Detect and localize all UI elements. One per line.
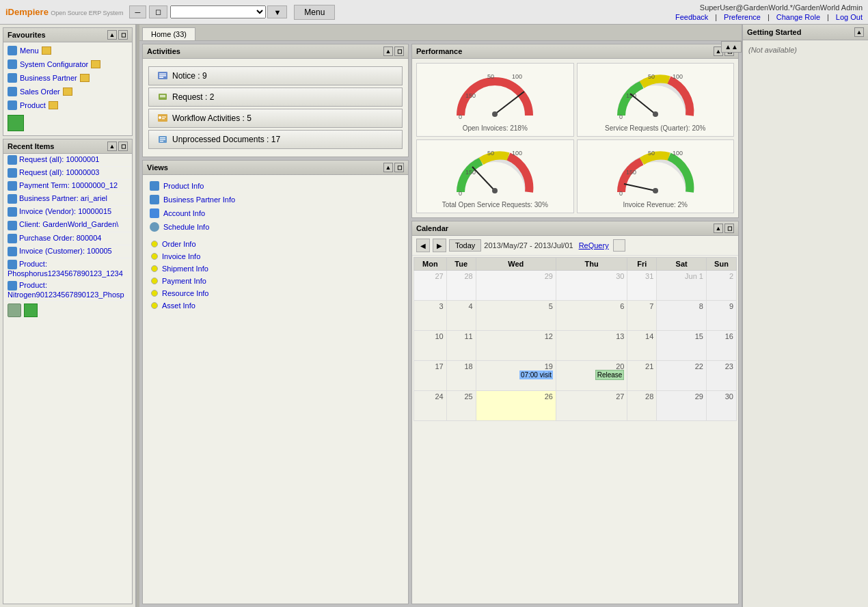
cal-cell-0-1[interactable]: 28 bbox=[446, 271, 476, 301]
cal-cell-2-1[interactable]: 11 bbox=[446, 331, 476, 361]
recent-item-1[interactable]: Request (all): 10000003 bbox=[3, 167, 132, 180]
change-role-link[interactable]: Change Role bbox=[776, 13, 820, 21]
view-product-info[interactable]: Product Info bbox=[147, 179, 404, 193]
cal-cell-1-5[interactable]: 8 bbox=[657, 301, 707, 331]
view-shipment-info[interactable]: Shipment Info bbox=[147, 262, 404, 275]
right-panel-toggle[interactable]: ▲▲ bbox=[721, 41, 742, 53]
view-invoice-info[interactable]: Invoice Info bbox=[147, 250, 404, 262]
notice-btn[interactable]: Notice : 9 bbox=[148, 66, 403, 85]
cal-cell-1-0[interactable]: 3 bbox=[414, 301, 447, 331]
getting-started-collapse-btn[interactable]: ▲ bbox=[854, 27, 864, 37]
event-visit[interactable]: 07:00 visit bbox=[519, 370, 553, 379]
calendar-prev-btn[interactable]: ◀ bbox=[416, 239, 430, 252]
view-bp-info[interactable]: Business Partner Info bbox=[147, 193, 404, 206]
cal-cell-2-3[interactable]: 13 bbox=[556, 331, 627, 361]
cal-cell-4-4[interactable]: 28 bbox=[627, 391, 657, 421]
calendar-expand-btn[interactable]: ◻ bbox=[724, 224, 734, 233]
feedback-link[interactable]: Feedback bbox=[675, 13, 708, 21]
cal-cell-3-6[interactable]: 23 bbox=[706, 361, 736, 391]
view-resource-info[interactable]: Resource Info bbox=[147, 287, 404, 299]
views-expand-btn[interactable]: ◻ bbox=[394, 163, 404, 172]
recent-item-3[interactable]: Business Partner: ari_ariel bbox=[3, 193, 132, 206]
favourites-expand-btn[interactable]: ◻ bbox=[118, 30, 128, 40]
sidebar-item-sysconfigurator[interactable]: System Configurator bbox=[3, 57, 132, 71]
cal-cell-4-6[interactable]: 30 bbox=[706, 391, 736, 421]
calendar-next-btn[interactable]: ▶ bbox=[433, 239, 446, 252]
cal-cell-2-4[interactable]: 14 bbox=[627, 331, 657, 361]
activities-expand-btn[interactable]: ◻ bbox=[394, 46, 404, 56]
cal-cell-2-2[interactable]: 12 bbox=[476, 331, 556, 361]
sidebar-item-businesspartner[interactable]: Business Partner bbox=[3, 71, 132, 85]
recent-expand-btn[interactable]: ◻ bbox=[118, 141, 128, 151]
cal-cell-4-0[interactable]: 24 bbox=[414, 391, 447, 421]
recent-item-8[interactable]: Product: Phosphorus1234567890123_1234 bbox=[3, 258, 132, 280]
cal-cell-4-2[interactable]: 26 bbox=[476, 391, 556, 421]
cal-cell-0-2[interactable]: 29 bbox=[476, 271, 556, 301]
activities-collapse-btn[interactable]: ▲ bbox=[383, 46, 393, 56]
view-order-info[interactable]: Order Info bbox=[147, 238, 404, 250]
recent-item-2[interactable]: Payment Term: 10000000_12 bbox=[3, 180, 132, 193]
home-tab[interactable]: Home (33) bbox=[142, 27, 195, 40]
cal-cell-2-5[interactable]: 15 bbox=[657, 331, 707, 361]
workflow-btn[interactable]: Workflow Activities : 5 bbox=[148, 109, 403, 128]
sidebar-item-menu[interactable]: Menu bbox=[3, 44, 132, 57]
cal-cell-0-0[interactable]: 27 bbox=[414, 271, 447, 301]
logout-link[interactable]: Log Out bbox=[836, 13, 863, 21]
recent-item-0[interactable]: Request (all): 10000001 bbox=[3, 154, 132, 167]
request-btn[interactable]: Request : 2 bbox=[148, 87, 403, 107]
svg-line-37 bbox=[624, 184, 655, 191]
calendar-collapse-btn[interactable]: ▲ bbox=[714, 224, 723, 233]
recent-item-5[interactable]: Client: GardenWorld_Garden\ bbox=[3, 219, 132, 232]
recent-item-6[interactable]: Purchase Order: 800004 bbox=[3, 232, 132, 245]
cal-cell-3-1[interactable]: 18 bbox=[446, 361, 476, 391]
sidebar-item-product[interactable]: Product bbox=[3, 98, 132, 112]
cal-cell-4-5[interactable]: 29 bbox=[657, 391, 707, 421]
cal-cell-4-3[interactable]: 27 bbox=[556, 391, 627, 421]
cal-cell-3-4[interactable]: 21 bbox=[627, 361, 657, 391]
recent-item-7[interactable]: Invoice (Customer): 100005 bbox=[3, 245, 132, 258]
cal-cell-0-4[interactable]: 31 bbox=[627, 271, 657, 301]
cal-cell-3-5[interactable]: 22 bbox=[657, 361, 707, 391]
views-collapse-btn[interactable]: ▲ bbox=[383, 163, 393, 172]
unprocessed-btn[interactable]: Unprocessed Documents : 17 bbox=[148, 130, 403, 149]
cal-cell-1-3[interactable]: 6 bbox=[556, 301, 627, 331]
view-account-info[interactable]: Account Info bbox=[147, 206, 404, 220]
folder-icon bbox=[42, 46, 51, 55]
cal-cell-0-3[interactable]: 30 bbox=[556, 271, 627, 301]
favourites-collapse-btn[interactable]: ▲ bbox=[107, 30, 117, 40]
menu-button[interactable]: Menu bbox=[294, 5, 335, 20]
event-release[interactable]: Release bbox=[595, 370, 625, 380]
cal-cell-2-6[interactable]: 16 bbox=[706, 331, 736, 361]
cal-cell-3-3[interactable]: 20Release bbox=[556, 361, 627, 391]
cal-cell-0-6[interactable]: 2 bbox=[706, 271, 736, 301]
cal-cell-3-2[interactable]: 1907:00 visit bbox=[476, 361, 556, 391]
svg-text:100: 100 bbox=[673, 73, 683, 80]
calendar-icon[interactable] bbox=[613, 239, 625, 252]
recent-collapse-btn[interactable]: ▲ bbox=[107, 141, 117, 151]
trash2-icon[interactable] bbox=[24, 304, 38, 317]
calendar-today-btn[interactable]: Today bbox=[449, 239, 481, 252]
refresh-icon[interactable] bbox=[8, 304, 21, 317]
notice-icon bbox=[157, 70, 168, 81]
cal-cell-1-4[interactable]: 7 bbox=[627, 301, 657, 331]
view-payment-info[interactable]: Payment Info bbox=[147, 275, 404, 287]
maximize-btn[interactable]: ◻ bbox=[149, 5, 167, 18]
dropdown-btn[interactable]: ▼ bbox=[267, 5, 287, 18]
trash-icon[interactable] bbox=[8, 115, 24, 131]
cal-cell-1-6[interactable]: 9 bbox=[706, 301, 736, 331]
sidebar-item-salesorder[interactable]: Sales Order bbox=[3, 85, 132, 98]
cal-cell-2-0[interactable]: 10 bbox=[414, 331, 447, 361]
cal-cell-1-2[interactable]: 5 bbox=[476, 301, 556, 331]
calendar-requery-link[interactable]: ReQuery bbox=[579, 241, 609, 249]
view-asset-info[interactable]: Asset Info bbox=[147, 299, 404, 312]
recent-item-9[interactable]: Product: Nitrogen901234567890123_Phosp bbox=[3, 280, 132, 301]
cal-cell-4-1[interactable]: 25 bbox=[446, 391, 476, 421]
window-select[interactable] bbox=[170, 5, 266, 18]
view-schedule-info[interactable]: Schedule Info bbox=[147, 220, 404, 234]
cal-cell-3-0[interactable]: 17 bbox=[414, 361, 447, 391]
cal-cell-0-5[interactable]: Jun 1 bbox=[657, 271, 707, 301]
minimize-btn[interactable]: ─ bbox=[129, 5, 147, 18]
cal-cell-1-1[interactable]: 4 bbox=[446, 301, 476, 331]
recent-item-4[interactable]: Invoice (Vendor): 10000015 bbox=[3, 206, 132, 219]
preference-link[interactable]: Preference bbox=[724, 13, 761, 21]
